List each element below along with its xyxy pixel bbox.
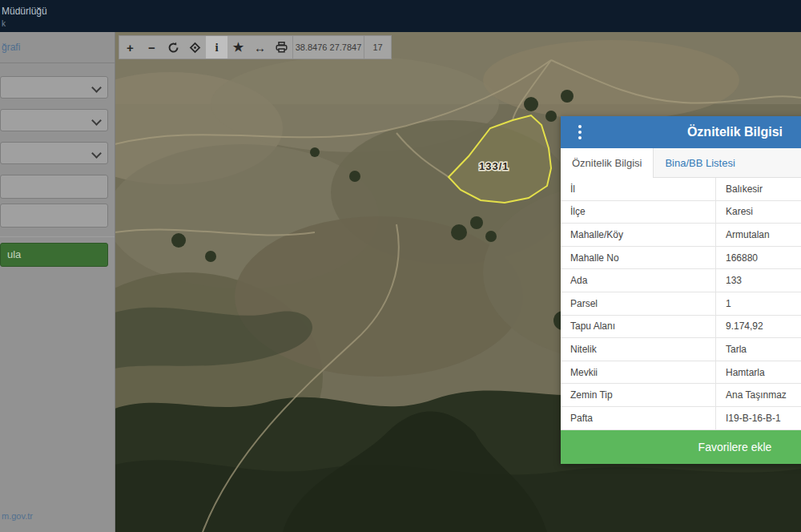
chevron-down-icon — [91, 115, 102, 126]
panel-title: Öznitelik Bilgisi — [561, 116, 801, 148]
table-row: İlçeKaresi — [561, 201, 801, 224]
table-row: Ada133 — [561, 269, 801, 292]
cursor-coordinates: 38.8476 27.7847 — [292, 36, 364, 58]
table-row: Parsel1 — [561, 292, 801, 316]
sidebar-divider — [0, 236, 115, 237]
app-header: Müdürlüğü k — [0, 0, 801, 32]
province-select[interactable] — [0, 76, 108, 99]
printer-icon — [276, 42, 288, 53]
table-row: PaftaI19-B-16-B-1 — [561, 407, 801, 430]
parcel-label: 133/1 — [479, 160, 509, 172]
sidebar-top-link[interactable]: ğrafi — [2, 42, 20, 53]
attribute-panel: Öznitelik Bilgisi Öznitelik Bilgisi Bina… — [561, 116, 801, 464]
plus-icon: + — [127, 41, 134, 54]
district-select[interactable] — [0, 109, 108, 131]
table-row: Mahalle No166880 — [561, 247, 801, 270]
table-row: Tapu Alanı9.174,92 — [561, 316, 801, 339]
star-icon: ★ — [233, 40, 244, 54]
refresh-icon — [167, 42, 179, 54]
app-subtitle: k — [2, 19, 6, 28]
measure-button[interactable]: ↔ — [249, 36, 271, 58]
app-title: Müdürlüğü — [2, 6, 47, 17]
info-button[interactable]: i — [206, 36, 227, 58]
parsel-input[interactable] — [0, 204, 108, 228]
attribute-table: İlBalıkesir İlçeKaresi Mahalle/KöyArmuta… — [561, 178, 801, 430]
neighborhood-select[interactable] — [0, 142, 108, 164]
sidebar-divider — [0, 62, 115, 63]
tab-bina-bb-listesi[interactable]: Bina/BB Listesi — [654, 148, 746, 178]
panel-header: Öznitelik Bilgisi — [561, 116, 801, 148]
gov-site-link[interactable]: m.gov.tr — [2, 511, 33, 521]
zoom-level: 17 — [364, 36, 391, 58]
query-button[interactable]: ula — [0, 243, 108, 267]
ada-input[interactable] — [0, 175, 108, 199]
info-icon: i — [215, 41, 218, 54]
add-to-favorites-button[interactable]: Favorilere ekle — [561, 430, 801, 464]
favorites-button[interactable]: ★ — [227, 36, 249, 58]
tab-oznitelik-bilgisi[interactable]: Öznitelik Bilgisi — [561, 148, 654, 178]
table-row: Zemin TipAna Taşınmaz — [561, 384, 801, 407]
print-button[interactable] — [271, 36, 292, 58]
measure-arrows-icon: ↔ — [254, 41, 266, 54]
table-row: Mahalle/KöyArmutalan — [561, 224, 801, 247]
crosshair-icon — [189, 42, 201, 54]
minus-icon: − — [148, 41, 155, 54]
table-row: İlBalıkesir — [561, 178, 801, 201]
chevron-down-icon — [91, 83, 102, 93]
query-sidebar: ğrafi ula m.gov.tr — [0, 32, 115, 532]
table-row: NitelikTarla — [561, 338, 801, 361]
chevron-down-icon — [91, 148, 102, 159]
locate-button[interactable] — [184, 36, 206, 58]
zoom-out-button[interactable]: − — [141, 36, 163, 58]
zoom-in-button[interactable]: + — [119, 36, 141, 58]
panel-tabs: Öznitelik Bilgisi Bina/BB Listesi — [561, 148, 801, 178]
table-row: MevkiiHamtarla — [561, 361, 801, 385]
kebab-menu-icon[interactable] — [570, 123, 590, 142]
refresh-button[interactable] — [163, 36, 184, 58]
map-toolbar: + − i ★ ↔ 38.8476 27.7847 17 — [119, 35, 392, 59]
